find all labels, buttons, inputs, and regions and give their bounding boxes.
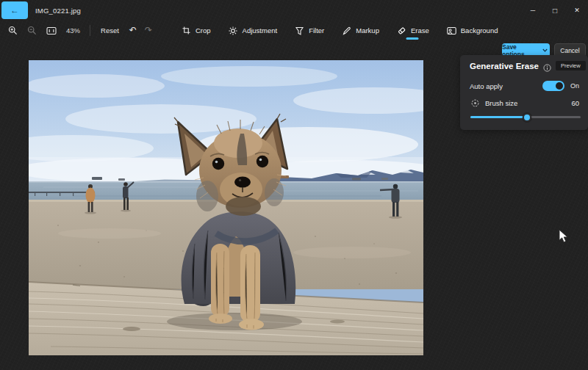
brush-slider-fill	[470, 116, 527, 118]
zoom-tools-group: 43% Reset ↶ ↷	[7, 21, 152, 40]
brush-size-label: Brush size	[485, 99, 517, 107]
cancel-label: Cancel	[560, 47, 579, 54]
zoom-in-icon[interactable]	[7, 25, 18, 36]
filter-icon	[294, 25, 305, 36]
brush-size-row: Brush size 60	[470, 98, 579, 108]
tab-label: Markup	[356, 26, 379, 35]
redo-icon[interactable]: ↷	[145, 25, 152, 36]
panel-title: Generative Erase	[470, 62, 539, 70]
tab-label: Crop	[196, 26, 211, 35]
window-controls: ─ □ ✕	[522, 0, 588, 21]
auto-apply-label: Auto apply	[470, 82, 503, 90]
generative-erase-panel: Generative Erase Preview Auto apply On	[460, 55, 588, 130]
erase-icon	[396, 25, 407, 36]
tab-filter[interactable]: Filter	[290, 21, 328, 40]
toggle-knob	[556, 82, 563, 90]
info-icon[interactable]	[543, 62, 551, 70]
editor-toolbar: 43% Reset ↶ ↷ Crop	[0, 21, 588, 40]
zoom-out-icon[interactable]	[26, 25, 37, 36]
brush-size-value: 60	[571, 99, 579, 107]
tab-erase[interactable]: Erase	[392, 21, 433, 40]
preview-badge: Preview	[556, 61, 586, 70]
markup-icon	[341, 25, 352, 36]
brush-size-slider[interactable]	[470, 112, 581, 122]
auto-apply-row: Auto apply On	[470, 80, 581, 92]
filename-label: IMG_0221.jpg	[35, 0, 81, 21]
back-button[interactable]: ←	[1, 1, 28, 19]
photos-app-window: ← IMG_0221.jpg ─ □ ✕	[0, 0, 588, 370]
adjustment-icon	[228, 25, 239, 36]
tab-label: Adjustment	[243, 26, 278, 35]
tab-adjustment[interactable]: Adjustment	[224, 21, 282, 40]
tab-label: Erase	[411, 26, 429, 35]
crop-icon	[181, 25, 192, 36]
auto-apply-toggle[interactable]	[542, 81, 564, 91]
background-icon	[446, 25, 457, 36]
chevron-down-icon	[540, 45, 550, 56]
photo-canvas[interactable]	[29, 60, 423, 355]
brush-size-icon	[470, 98, 481, 109]
tab-background[interactable]: Background	[442, 21, 502, 40]
undo-icon[interactable]: ↶	[129, 25, 137, 36]
minimize-button[interactable]: ─	[522, 0, 544, 21]
tab-markup[interactable]: Markup	[337, 21, 383, 40]
close-icon: ✕	[574, 7, 580, 14]
titlebar: ← IMG_0221.jpg ─ □ ✕	[0, 0, 588, 21]
close-button[interactable]: ✕	[566, 0, 588, 21]
minimize-icon: ─	[531, 7, 535, 14]
maximize-icon: □	[553, 7, 557, 15]
brush-slider-thumb[interactable]	[523, 113, 531, 122]
tab-label: Background	[461, 26, 498, 35]
maximize-button[interactable]: □	[544, 0, 566, 21]
mouse-cursor	[559, 229, 568, 246]
back-arrow-icon: ←	[10, 5, 19, 15]
tab-crop[interactable]: Crop	[177, 21, 215, 40]
auto-apply-state: On	[570, 82, 581, 90]
reset-button[interactable]: Reset	[98, 26, 121, 35]
zoom-level-label: 43%	[65, 26, 82, 35]
fit-to-window-icon[interactable]	[46, 25, 57, 36]
beach-dog-photo	[29, 60, 423, 355]
toolbar-divider	[90, 25, 90, 36]
edit-mode-tabs: Crop Adjustment	[177, 21, 501, 40]
tab-label: Filter	[309, 26, 324, 35]
